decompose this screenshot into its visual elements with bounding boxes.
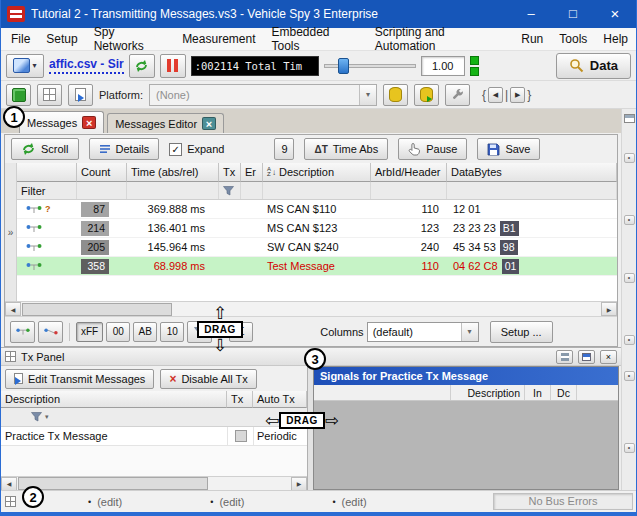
expand-checkbox[interactable]: ✓ Expand [169,143,224,156]
scroll-right-arrow[interactable]: ▶ [291,477,307,491]
refresh-button[interactable] [129,54,155,78]
format-decimal-button[interactable]: 00 [106,322,130,342]
filter-cell[interactable] [127,182,219,199]
time-abs-button[interactable]: ΔT Time Abs [304,138,388,160]
column-header-description[interactable]: Description [1,391,227,408]
column-header-er[interactable]: Er [241,163,263,182]
splitter-grip[interactable]: • [624,153,635,163]
playback-position-slider[interactable] [324,56,416,76]
drag-handle-vertical[interactable]: ⇧ DRAG ⇩ [198,306,242,353]
splitter-grip[interactable]: • [624,215,635,225]
details-button[interactable]: Details [89,138,160,160]
edit-transmit-messages-button[interactable]: Edit Transmit Messages [5,369,154,389]
tx-hscrollbar[interactable]: ◀ ▶ [1,476,307,490]
edit-link[interactable]: • (edit) [332,496,366,508]
menu-help[interactable]: Help [595,29,636,49]
splitter-grip[interactable]: • [624,443,635,453]
edit-link[interactable]: • (edit) [210,496,244,508]
data-source-link[interactable]: affic.csv - Sir [49,57,124,74]
minimize-button[interactable]: – [510,0,552,28]
table-row[interactable]: 205 145.964 ms SW CAN $240 240 45 34 53 … [17,238,617,257]
filter-cell[interactable] [241,182,263,199]
filter-row[interactable]: Filter [17,182,617,200]
byte-count-button[interactable]: 9 [274,138,294,160]
filter-cell[interactable] [371,182,447,199]
chevron-down-icon[interactable]: ▾ [461,323,478,341]
column-header-arbid[interactable]: ArbId/Header [371,163,447,182]
playback-rate-field[interactable]: 1.00 [421,56,465,76]
chevron-down-icon[interactable]: ▾ [359,85,376,105]
network-view-button[interactable] [10,321,35,343]
pause-button[interactable]: Pause [398,138,467,160]
data-grid-button[interactable] [37,84,62,106]
column-header-description[interactable]: Description [450,385,524,400]
column-header-time[interactable]: Time (abs/rel) [127,163,219,182]
column-header-databytes[interactable]: DataBytes [447,163,617,182]
disable-all-tx-button[interactable]: × Disable All Tx [160,369,256,389]
step-forward-button[interactable]: ▶ [510,87,525,103]
filter-cell[interactable] [447,182,617,199]
save-button[interactable]: Save [477,138,540,160]
database-export-button[interactable] [414,84,439,106]
edit-link[interactable]: • (edit) [88,496,122,508]
scroll-button[interactable]: Scroll [11,138,79,160]
splitter-grip[interactable]: • [624,273,635,283]
menu-run[interactable]: Run [513,29,551,49]
tab-messages[interactable]: Messages × [19,111,104,133]
database-button[interactable] [383,84,408,106]
table-row[interactable]: ? 87 369.888 ms MS CAN $110 110 12 01 [17,200,617,219]
setup-hardware-button[interactable] [445,84,470,106]
close-icon[interactable]: × [202,117,216,130]
menu-tools[interactable]: Tools [551,29,595,49]
tile-panel-button[interactable] [556,350,573,364]
online-mode-button[interactable]: ▾ [6,54,44,78]
dock-window-icon[interactable] [624,114,635,123]
splitter-grip[interactable]: • [624,371,635,381]
close-icon[interactable]: × [82,116,96,129]
scrollbar-thumb[interactable] [18,477,208,490]
setup-button[interactable]: Setup ... [490,321,553,343]
drag-handle-horizontal[interactable]: ⇦ DRAG ⇨ [265,412,339,429]
column-header-dc[interactable]: Dc [550,385,576,400]
scroll-left-arrow[interactable]: ◀ [5,302,21,316]
maximize-button[interactable]: □ [552,0,594,28]
pause-playback-button[interactable] [160,54,186,78]
menu-file[interactable]: File [3,29,38,49]
tx-message-row[interactable]: Practice Tx Message Periodic [1,427,307,446]
slider-thumb[interactable] [338,58,349,74]
restore-panel-button[interactable] [578,350,595,364]
column-header-icon[interactable] [17,163,77,182]
tx-checkbox-cell[interactable] [227,427,253,445]
filter-cell[interactable] [263,182,371,199]
column-header-in[interactable]: In [524,385,550,400]
column-header-description[interactable]: AZ ↓ Description [263,163,371,182]
network-split-button[interactable] [38,321,63,343]
messages-hscrollbar[interactable]: ◀ ▶ [5,301,617,316]
menu-measurement[interactable]: Measurement [174,29,263,49]
column-header-tx[interactable]: Tx [227,391,253,408]
format-hex-button[interactable]: xFF [76,322,103,342]
format-ascii-button[interactable]: AB [133,322,157,342]
filter-cell[interactable] [219,182,241,199]
scroll-right-arrow[interactable]: ▶ [601,302,617,316]
table-row[interactable]: 214 136.401 ms MS CAN $123 123 23 23 23 … [17,219,617,238]
column-header-count[interactable]: Count [77,163,127,182]
splitter-grip[interactable]: • [624,335,635,345]
scrollbar-thumb[interactable] [22,303,172,316]
tree-expander-rail[interactable]: » [5,163,17,301]
data-view-button[interactable]: Data [556,53,631,79]
import-button[interactable] [68,84,93,106]
close-panel-button[interactable]: × [600,350,617,364]
platform-select[interactable]: (None) ▾ [149,84,377,106]
tab-messages-editor[interactable]: Messages Editor × [107,113,224,133]
vehicle-networks-button[interactable] [6,84,31,106]
column-header-tx[interactable]: Tx [219,163,241,182]
scroll-left-arrow[interactable]: ◀ [1,477,17,491]
tx-filter-row[interactable]: ▾ [1,408,307,427]
menu-setup[interactable]: Setup [38,29,85,49]
close-button[interactable]: × [594,0,636,28]
filter-cell[interactable] [77,182,127,199]
format-binary-button[interactable]: 10 [160,322,184,342]
table-row-selected[interactable]: 358 68.998 ms Test Message 110 04 62 C8 … [17,257,617,276]
column-header-auto-tx[interactable]: Auto Tx [253,391,307,408]
